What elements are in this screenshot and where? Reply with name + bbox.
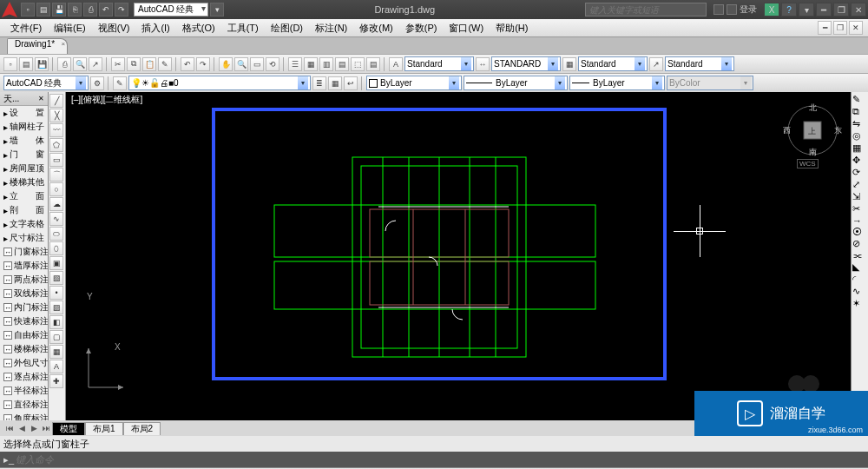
arc-icon[interactable]: ⌒ bbox=[49, 168, 63, 182]
left-panel-item[interactable]: ▸轴网柱子 bbox=[0, 120, 48, 134]
trim-icon[interactable]: ✂ bbox=[852, 203, 867, 215]
left-panel-item[interactable]: ▸剖 面 bbox=[0, 203, 48, 217]
document-tab[interactable]: Drawing1* × bbox=[7, 38, 68, 54]
tool-palettes-icon[interactable]: ▥ bbox=[319, 57, 333, 71]
dimstyle-icon[interactable]: ↔ bbox=[476, 57, 490, 71]
menu-modify[interactable]: 修改(M) bbox=[354, 22, 398, 35]
region-icon[interactable]: ▢ bbox=[49, 330, 63, 344]
ellipse-arc-icon[interactable]: ⬯ bbox=[49, 241, 63, 255]
left-panel-item[interactable]: ▸楼梯其他 bbox=[0, 175, 48, 189]
restore-button[interactable]: ❐ bbox=[833, 3, 849, 17]
xline-icon[interactable]: ╳ bbox=[49, 109, 63, 122]
rect-icon[interactable]: ▭ bbox=[49, 153, 63, 167]
undo-icon[interactable]: ↶ bbox=[181, 57, 194, 71]
qat-saveas-icon[interactable]: ⎘ bbox=[68, 3, 82, 17]
app-icon[interactable] bbox=[2, 2, 17, 17]
left-panel-item[interactable]: ↔外包尺寸 bbox=[0, 356, 48, 370]
tab-first-icon[interactable]: ⏮ bbox=[3, 424, 16, 433]
qat-new-icon[interactable]: ▫ bbox=[21, 3, 35, 17]
offset-icon[interactable]: ◎ bbox=[852, 130, 867, 142]
pline-icon[interactable]: 〰 bbox=[49, 123, 63, 137]
spline-icon[interactable]: ∿ bbox=[49, 212, 63, 226]
tab-prev-icon[interactable]: ◀ bbox=[16, 424, 28, 433]
command-prompt[interactable]: ▸_ bbox=[0, 452, 868, 467]
left-panel-item[interactable]: ↔双线标注 bbox=[0, 287, 48, 301]
rotate-icon[interactable]: ⟳ bbox=[852, 167, 867, 178]
addselected-icon[interactable]: ✚ bbox=[49, 374, 63, 388]
text-style-combo[interactable]: Standard▾ bbox=[404, 56, 474, 71]
layer-manager-icon[interactable]: ✎ bbox=[113, 76, 127, 90]
sheet-set-icon[interactable]: ▤ bbox=[335, 57, 349, 71]
zoom-window-icon[interactable]: ▭ bbox=[250, 57, 264, 71]
qat-print-icon[interactable]: ⎙ bbox=[83, 3, 97, 17]
exchange-icon[interactable]: X bbox=[764, 3, 779, 17]
move-icon[interactable]: ✥ bbox=[852, 155, 867, 166]
insert-block-icon[interactable]: ▣ bbox=[49, 256, 63, 270]
close-button[interactable]: ✕ bbox=[851, 3, 866, 17]
redo-icon[interactable]: ↷ bbox=[196, 57, 210, 71]
layer-iso-icon[interactable]: ▦ bbox=[328, 76, 342, 90]
gradient-icon[interactable]: ◧ bbox=[49, 315, 63, 329]
copy-icon[interactable]: ⧉ bbox=[127, 57, 141, 71]
line-icon[interactable]: ╱ bbox=[49, 94, 63, 108]
join-icon[interactable]: ⫘ bbox=[852, 250, 867, 261]
pan-icon[interactable]: ✋ bbox=[219, 57, 233, 71]
left-panel-item[interactable]: ↔快速标注 bbox=[0, 314, 48, 328]
left-panel-item[interactable]: ▸墙 体 bbox=[0, 134, 48, 148]
publish-icon[interactable]: ↗ bbox=[89, 57, 102, 71]
left-panel-item[interactable]: ↔直径标注 bbox=[0, 398, 48, 412]
quickcalc-icon[interactable]: ▤ bbox=[366, 57, 380, 71]
menu-file[interactable]: 文件(F) bbox=[5, 22, 47, 35]
dropdown-icon[interactable]: ▾ bbox=[799, 3, 814, 17]
view-cube[interactable]: 北 南 西 东 上 WCS bbox=[786, 104, 838, 156]
table-icon[interactable]: ▦ bbox=[49, 345, 63, 359]
linetype-combo[interactable]: ByLayer▾ bbox=[464, 76, 568, 90]
minimize-button[interactable]: ━ bbox=[816, 3, 832, 17]
paste-icon[interactable]: 📋 bbox=[142, 57, 156, 71]
layer-states-icon[interactable]: ≣ bbox=[312, 76, 326, 90]
help-icon[interactable]: ? bbox=[781, 3, 797, 17]
layer-prev-icon[interactable]: ↩ bbox=[344, 76, 358, 90]
tab-last-icon[interactable]: ⏭ bbox=[40, 424, 52, 433]
scale-icon[interactable]: ⤢ bbox=[852, 179, 867, 190]
explode-icon[interactable]: ✶ bbox=[852, 298, 867, 309]
chamfer-icon[interactable]: ◣ bbox=[852, 261, 867, 273]
menu-parametric[interactable]: 参数(P) bbox=[400, 22, 443, 35]
left-panel-item[interactable]: ↔角度标注 bbox=[0, 412, 48, 420]
cut-icon[interactable]: ✂ bbox=[111, 57, 125, 71]
print-icon[interactable]: ⎙ bbox=[57, 57, 71, 71]
erase-icon[interactable]: ✎ bbox=[852, 94, 867, 105]
left-panel-item[interactable]: ↔两点标注 bbox=[0, 273, 48, 287]
circle-icon[interactable]: ○ bbox=[49, 182, 63, 196]
stretch-icon[interactable]: ⇲ bbox=[852, 191, 867, 202]
left-panel-item[interactable]: ↔墙厚标注 bbox=[0, 259, 48, 273]
tab-next-icon[interactable]: ▶ bbox=[28, 424, 40, 433]
break-point-icon[interactable]: ⦿ bbox=[852, 227, 867, 237]
blend-icon[interactable]: ∿ bbox=[852, 286, 867, 297]
dim-style-combo[interactable]: STANDARD▾ bbox=[491, 56, 561, 71]
workspace-selector[interactable]: AutoCAD 经典 bbox=[134, 3, 208, 17]
mleader-style-combo[interactable]: Standard▾ bbox=[665, 56, 734, 71]
textstyle-icon[interactable]: A bbox=[389, 57, 403, 71]
match-icon[interactable]: ✎ bbox=[158, 57, 172, 71]
command-input[interactable] bbox=[16, 454, 865, 465]
pin-icon[interactable]: ✕ bbox=[38, 95, 44, 102]
workspace-settings-icon[interactable]: ⚙ bbox=[90, 76, 104, 90]
left-panel-item[interactable]: ▸文字表格 bbox=[0, 217, 48, 231]
left-panel-item[interactable]: ↔门窗标注 bbox=[0, 245, 48, 259]
copy2-icon[interactable]: ⧉ bbox=[852, 106, 867, 117]
qat-open-icon[interactable]: ▤ bbox=[36, 3, 50, 17]
layer-combo[interactable]: 💡☀🔓🖨■ 0▾ bbox=[128, 76, 311, 90]
mdi-minimize-icon[interactable]: ━ bbox=[818, 21, 832, 35]
login-button[interactable]: 登录 bbox=[713, 3, 757, 16]
preview-icon[interactable]: 🔍 bbox=[73, 57, 87, 71]
point-icon[interactable]: • bbox=[49, 286, 63, 300]
left-panel-item[interactable]: ↔楼梯标注 bbox=[0, 342, 48, 356]
polygon-icon[interactable]: ⬠ bbox=[49, 138, 63, 152]
mirror-icon[interactable]: ⇋ bbox=[852, 118, 867, 129]
hatch-icon[interactable]: ▨ bbox=[49, 301, 63, 314]
left-panel-item[interactable]: ▸设 置 bbox=[0, 106, 48, 120]
menu-edit[interactable]: 编辑(E) bbox=[49, 22, 91, 35]
menu-view[interactable]: 视图(V) bbox=[93, 22, 135, 35]
menu-tools[interactable]: 工具(T) bbox=[222, 22, 264, 35]
